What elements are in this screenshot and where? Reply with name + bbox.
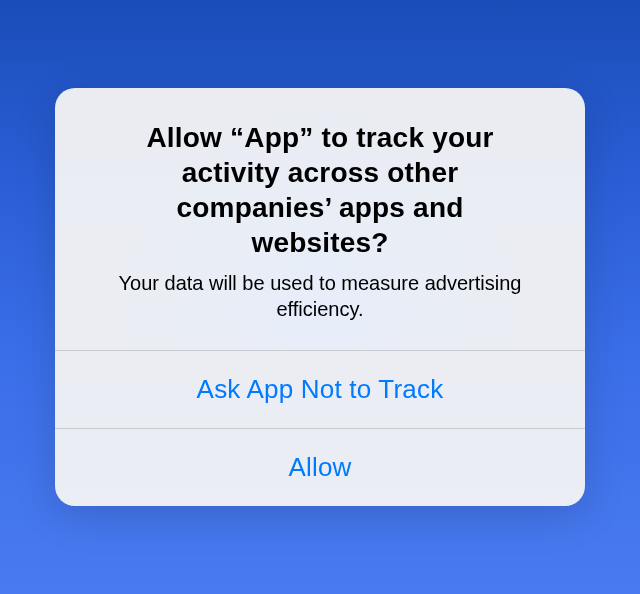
allow-button-label: Allow: [288, 452, 351, 483]
allow-button[interactable]: Allow: [55, 428, 585, 506]
tracking-permission-dialog: Allow “App” to track your activity acros…: [55, 88, 585, 506]
dialog-title: Allow “App” to track your activity acros…: [85, 120, 555, 260]
ask-not-to-track-button[interactable]: Ask App Not to Track: [55, 350, 585, 428]
dialog-message: Your data will be used to measure advert…: [85, 270, 555, 322]
deny-button-label: Ask App Not to Track: [197, 374, 444, 405]
dialog-content: Allow “App” to track your activity acros…: [55, 88, 585, 350]
